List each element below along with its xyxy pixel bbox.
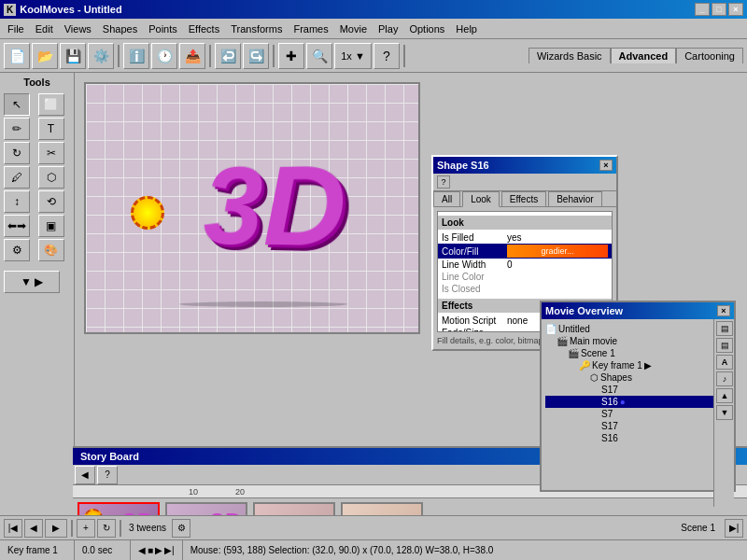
tree-shape-s16-b[interactable]: S16 [545,432,730,444]
sun-shape[interactable] [131,196,164,230]
tree-scene-1-label: Scene 1 [581,348,615,358]
dtab-behavior[interactable]: Behavior [548,191,601,206]
menu-views[interactable]: Views [59,21,97,36]
play-prev-frame[interactable]: ◀ [24,519,43,538]
dtab-look[interactable]: Look [462,191,500,207]
tree-root-label: Untitled [558,324,590,334]
movie-dialog-close-button[interactable]: × [717,305,730,316]
tab-wizards-basic[interactable]: Wizards Basic [529,48,611,63]
minimize-button[interactable]: _ [695,3,710,16]
help-button[interactable]: ? [374,43,400,69]
menu-edit[interactable]: Edit [30,21,59,36]
tool-polygon[interactable]: ⬡ [38,166,64,189]
tree-main-movie[interactable]: 🎬 Main movie [545,335,730,347]
tool-text[interactable]: T [38,118,64,140]
tool-fill[interactable]: ▣ [38,215,64,237]
save-button[interactable]: 💾 [60,43,86,69]
tree-scene-1[interactable]: 🎬 Scene 1 [545,347,730,359]
tool-pan[interactable]: ⬅➡ [4,215,30,237]
tool-gear[interactable]: ⚙ [4,239,30,261]
tree-root[interactable]: 📄 Untitled [545,323,730,335]
menu-points[interactable]: Points [143,21,183,36]
sb-back-button[interactable]: ◀ [75,466,95,484]
pb-play[interactable]: ▶ [155,545,162,555]
shape-dialog-help-icon[interactable]: ? [437,175,450,189]
tab-advanced[interactable]: Advanced [611,48,677,63]
toolbar-sep-1 [118,45,120,67]
tool-select[interactable]: ↖ [4,93,30,116]
shape-dialog-title: Shape S16 [437,160,489,171]
pb-prev[interactable]: ◀ [138,545,146,555]
tab-cartooning[interactable]: Cartooning [676,48,743,63]
timeline-mark-10: 10 [189,487,198,497]
play-back-button[interactable]: |◀ [4,519,22,538]
tool-rect[interactable]: ⬜ [38,93,64,116]
menu-transforms[interactable]: Transforms [225,21,288,36]
color-fill-row[interactable]: Color/Fill gradier... [438,244,612,259]
play-end[interactable]: ▶| [725,519,743,538]
tool-pencil[interactable]: ✏ [4,118,30,140]
tool-undo-shape[interactable]: ⟲ [38,190,64,213]
menu-frames[interactable]: Frames [288,21,333,36]
mv-btn-sound[interactable]: ♪ [716,371,733,386]
tool-scissors[interactable]: ✂ [38,142,64,164]
add-button[interactable]: ✚ [278,43,304,69]
tool-rotate[interactable]: ↻ [4,142,30,164]
tree-shape-s17-b[interactable]: S17 [545,420,730,432]
tool-color[interactable]: 🎨 [38,239,64,261]
play-button[interactable]: ▶ [45,519,67,538]
is-filled-label: Is Filled [442,232,507,243]
zoom-level[interactable]: 1x ▼ [334,43,372,69]
shadow [179,301,347,307]
info-button[interactable]: ℹ️ [123,43,149,69]
play-loop[interactable]: ↻ [97,519,116,538]
menu-effects[interactable]: Effects [183,21,225,36]
tool-resize[interactable]: ↕ [4,190,30,213]
mv-btn-up[interactable]: ▲ [716,388,733,403]
tree-s7-label: S7 [601,409,613,419]
menu-shapes[interactable]: Shapes [97,21,143,36]
mv-btn-a[interactable]: A [716,355,733,370]
menu-options[interactable]: Options [403,21,450,36]
redo-button[interactable]: ↪️ [243,43,269,69]
tree-keyframe-1[interactable]: 🔑 Key frame 1 ▶ [545,359,730,371]
tree-shapes[interactable]: ⬡ Shapes [545,371,730,384]
menu-file[interactable]: File [2,21,30,36]
pb-next[interactable]: ▶| [164,545,175,555]
export-button[interactable]: 📤 [179,43,205,69]
tool-pen[interactable]: 🖊 [4,166,30,189]
bt-sep-2 [120,520,121,537]
tree-shape-s16[interactable]: S16 ● [545,396,730,408]
dtab-effects[interactable]: Effects [501,191,546,206]
settings-button[interactable]: ⚙️ [88,43,114,69]
menu-help[interactable]: Help [450,21,483,36]
shape-dialog-close-button[interactable]: × [599,160,613,171]
tree-shape-s17-a[interactable]: S17 [545,384,730,396]
new-button[interactable]: 📄 [4,43,30,69]
zoom-button[interactable]: 🔍 [306,43,332,69]
sb-help-button[interactable]: ? [97,466,118,484]
tree-shape-s7[interactable]: S7 [545,408,730,420]
open-button[interactable]: 📂 [32,43,58,69]
shape-dialog-tabs: All Look Effects Behavior [433,191,616,207]
dtab-all[interactable]: All [433,191,460,206]
maximize-button[interactable]: □ [712,3,726,16]
mv-btn-1[interactable]: ▤ [716,321,733,336]
mv-btn-down[interactable]: ▼ [716,405,733,420]
menu-play[interactable]: Play [373,21,403,36]
timer-button[interactable]: 🕐 [151,43,177,69]
pb-stop[interactable]: ■ [148,545,153,555]
mv-btn-2[interactable]: ▤ [716,338,733,353]
movie-tree[interactable]: 📄 Untitled 🎬 Main movie 🎬 Scene 1 🔑 Key … [542,319,734,469]
close-button[interactable]: × [728,3,743,16]
scene-label: Scene 1 [673,523,723,533]
tree-scene-icon: 🎬 [568,348,579,358]
undo-button[interactable]: ↩️ [215,43,241,69]
main-toolbar: 📄 📂 💾 ⚙️ ℹ️ 🕐 📤 ↩️ ↪️ ✚ 🔍 1x ▼ ? Wizards… [0,39,747,73]
canvas[interactable]: 3D [84,82,420,334]
play-add-frame[interactable]: + [77,519,95,538]
menu-movie[interactable]: Movie [334,21,373,36]
play-settings[interactable]: ⚙ [172,519,190,538]
toolbox-title: Tools [4,77,70,88]
tool-extra-1[interactable]: ▼ ▶ [4,271,60,293]
